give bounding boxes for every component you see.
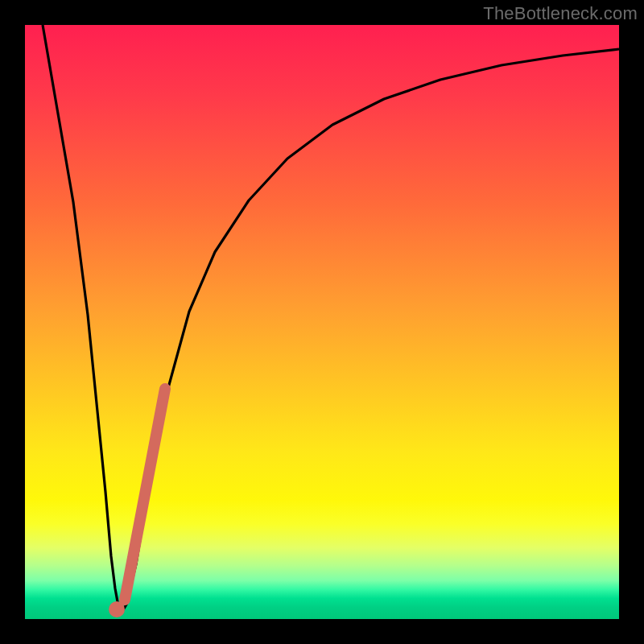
highlight-dot [109, 601, 125, 617]
highlight-segment [125, 389, 165, 600]
watermark-text: TheBottleneck.com [483, 3, 638, 24]
plot-area [25, 25, 619, 619]
bottleneck-curve [43, 25, 619, 613]
chart-svg [25, 25, 619, 619]
chart-frame: TheBottleneck.com [0, 0, 644, 644]
